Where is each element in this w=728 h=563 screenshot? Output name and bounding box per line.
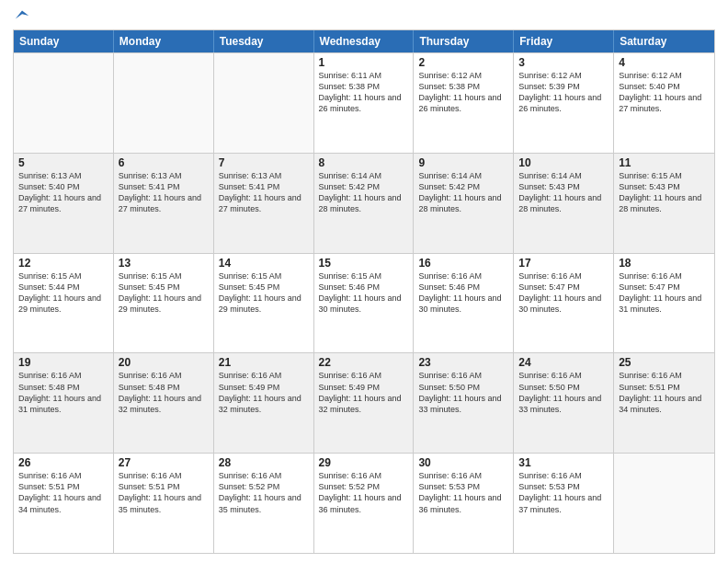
day-info: Sunrise: 6:16 AM Sunset: 5:53 PM Dayligh…	[518, 470, 609, 515]
calendar-week: 19Sunrise: 6:16 AM Sunset: 5:48 PM Dayli…	[14, 352, 714, 453]
day-number: 3	[518, 56, 609, 69]
calendar-cell: 15Sunrise: 6:15 AM Sunset: 5:46 PM Dayli…	[314, 254, 415, 353]
day-number: 21	[219, 356, 309, 369]
calendar-cell	[14, 53, 114, 153]
calendar-cell: 13Sunrise: 6:15 AM Sunset: 5:45 PM Dayli…	[114, 254, 214, 353]
calendar-cell: 1Sunrise: 6:11 AM Sunset: 5:38 PM Daylig…	[314, 53, 415, 153]
calendar-cell: 6Sunrise: 6:13 AM Sunset: 5:41 PM Daylig…	[114, 154, 214, 253]
day-number: 16	[418, 257, 508, 270]
calendar-cell: 30Sunrise: 6:16 AM Sunset: 5:53 PM Dayli…	[414, 454, 514, 553]
day-info: Sunrise: 6:12 AM Sunset: 5:39 PM Dayligh…	[518, 70, 609, 115]
day-info: Sunrise: 6:16 AM Sunset: 5:50 PM Dayligh…	[518, 370, 609, 415]
calendar-header-cell: Tuesday	[214, 30, 314, 52]
day-info: Sunrise: 6:14 AM Sunset: 5:42 PM Dayligh…	[418, 170, 508, 215]
logo-bird-icon	[14, 7, 30, 24]
calendar-week: 12Sunrise: 6:15 AM Sunset: 5:44 PM Dayli…	[14, 253, 714, 353]
day-info: Sunrise: 6:14 AM Sunset: 5:42 PM Dayligh…	[319, 170, 409, 215]
day-number: 25	[619, 356, 710, 369]
day-info: Sunrise: 6:16 AM Sunset: 5:49 PM Dayligh…	[319, 370, 409, 415]
calendar-cell	[214, 53, 314, 153]
calendar-cell: 11Sunrise: 6:15 AM Sunset: 5:43 PM Dayli…	[614, 154, 714, 253]
day-info: Sunrise: 6:16 AM Sunset: 5:52 PM Dayligh…	[219, 470, 309, 515]
day-number: 28	[219, 456, 309, 469]
calendar-cell: 16Sunrise: 6:16 AM Sunset: 5:46 PM Dayli…	[414, 254, 514, 353]
day-info: Sunrise: 6:16 AM Sunset: 5:48 PM Dayligh…	[18, 370, 108, 415]
calendar-cell	[614, 454, 714, 553]
calendar-body: 1Sunrise: 6:11 AM Sunset: 5:38 PM Daylig…	[14, 52, 714, 553]
day-number: 6	[119, 156, 209, 169]
calendar-header-cell: Monday	[114, 30, 214, 52]
calendar-header-cell: Thursday	[414, 30, 514, 52]
day-number: 20	[119, 356, 209, 369]
calendar-cell: 3Sunrise: 6:12 AM Sunset: 5:39 PM Daylig…	[514, 53, 614, 153]
calendar-cell: 25Sunrise: 6:16 AM Sunset: 5:51 PM Dayli…	[614, 353, 714, 453]
day-info: Sunrise: 6:16 AM Sunset: 5:53 PM Dayligh…	[418, 470, 508, 515]
calendar-cell: 17Sunrise: 6:16 AM Sunset: 5:47 PM Dayli…	[514, 254, 614, 353]
calendar-header-cell: Wednesday	[314, 30, 415, 52]
day-info: Sunrise: 6:16 AM Sunset: 5:51 PM Dayligh…	[619, 370, 710, 415]
day-number: 5	[18, 156, 108, 169]
calendar-week: 5Sunrise: 6:13 AM Sunset: 5:40 PM Daylig…	[14, 153, 714, 253]
day-info: Sunrise: 6:14 AM Sunset: 5:43 PM Dayligh…	[518, 170, 609, 215]
day-number: 2	[418, 56, 508, 69]
day-number: 13	[119, 257, 209, 270]
calendar-cell: 20Sunrise: 6:16 AM Sunset: 5:48 PM Dayli…	[114, 353, 214, 453]
calendar-cell: 23Sunrise: 6:16 AM Sunset: 5:50 PM Dayli…	[414, 353, 514, 453]
day-info: Sunrise: 6:12 AM Sunset: 5:40 PM Dayligh…	[619, 70, 710, 115]
calendar-header-cell: Saturday	[614, 30, 714, 52]
calendar-cell: 9Sunrise: 6:14 AM Sunset: 5:42 PM Daylig…	[414, 154, 514, 253]
calendar-cell: 12Sunrise: 6:15 AM Sunset: 5:44 PM Dayli…	[14, 254, 114, 353]
calendar-cell: 7Sunrise: 6:13 AM Sunset: 5:41 PM Daylig…	[214, 154, 314, 253]
day-info: Sunrise: 6:13 AM Sunset: 5:41 PM Dayligh…	[219, 170, 309, 215]
day-number: 9	[418, 156, 508, 169]
day-number: 15	[319, 257, 409, 270]
day-number: 19	[18, 356, 108, 369]
day-info: Sunrise: 6:16 AM Sunset: 5:51 PM Dayligh…	[119, 470, 209, 515]
day-info: Sunrise: 6:16 AM Sunset: 5:52 PM Dayligh…	[319, 470, 409, 515]
calendar-header-cell: Sunday	[14, 30, 114, 52]
logo	[13, 13, 30, 24]
day-number: 31	[518, 456, 609, 469]
svg-marker-0	[16, 11, 28, 19]
calendar-cell: 22Sunrise: 6:16 AM Sunset: 5:49 PM Dayli…	[314, 353, 415, 453]
day-number: 30	[418, 456, 508, 469]
day-number: 1	[319, 56, 409, 69]
calendar-cell: 4Sunrise: 6:12 AM Sunset: 5:40 PM Daylig…	[614, 53, 714, 153]
day-number: 27	[119, 456, 209, 469]
day-number: 4	[619, 56, 710, 69]
day-number: 29	[319, 456, 409, 469]
day-number: 26	[18, 456, 108, 469]
day-info: Sunrise: 6:16 AM Sunset: 5:48 PM Dayligh…	[119, 370, 209, 415]
day-number: 24	[518, 356, 609, 369]
day-number: 22	[319, 356, 409, 369]
day-info: Sunrise: 6:16 AM Sunset: 5:50 PM Dayligh…	[418, 370, 508, 415]
day-info: Sunrise: 6:16 AM Sunset: 5:49 PM Dayligh…	[219, 370, 309, 415]
calendar-cell: 31Sunrise: 6:16 AM Sunset: 5:53 PM Dayli…	[514, 454, 614, 553]
day-number: 18	[619, 257, 710, 270]
day-info: Sunrise: 6:16 AM Sunset: 5:47 PM Dayligh…	[619, 270, 710, 316]
day-info: Sunrise: 6:12 AM Sunset: 5:38 PM Dayligh…	[418, 70, 508, 115]
calendar-cell: 18Sunrise: 6:16 AM Sunset: 5:47 PM Dayli…	[614, 254, 714, 353]
calendar-header: SundayMondayTuesdayWednesdayThursdayFrid…	[14, 30, 714, 52]
calendar-cell: 10Sunrise: 6:14 AM Sunset: 5:43 PM Dayli…	[514, 154, 614, 253]
day-number: 11	[619, 156, 710, 169]
day-info: Sunrise: 6:15 AM Sunset: 5:45 PM Dayligh…	[219, 270, 309, 316]
day-info: Sunrise: 6:15 AM Sunset: 5:43 PM Dayligh…	[619, 170, 710, 215]
day-info: Sunrise: 6:16 AM Sunset: 5:47 PM Dayligh…	[518, 270, 609, 316]
calendar-week: 26Sunrise: 6:16 AM Sunset: 5:51 PM Dayli…	[14, 453, 714, 553]
calendar-cell: 27Sunrise: 6:16 AM Sunset: 5:51 PM Dayli…	[114, 454, 214, 553]
day-info: Sunrise: 6:15 AM Sunset: 5:45 PM Dayligh…	[119, 270, 209, 316]
day-number: 10	[518, 156, 609, 169]
calendar-cell: 14Sunrise: 6:15 AM Sunset: 5:45 PM Dayli…	[214, 254, 314, 353]
calendar-cell: 21Sunrise: 6:16 AM Sunset: 5:49 PM Dayli…	[214, 353, 314, 453]
day-number: 23	[418, 356, 508, 369]
calendar: SundayMondayTuesdayWednesdayThursdayFrid…	[13, 29, 715, 554]
calendar-cell: 19Sunrise: 6:16 AM Sunset: 5:48 PM Dayli…	[14, 353, 114, 453]
day-info: Sunrise: 6:13 AM Sunset: 5:41 PM Dayligh…	[119, 170, 209, 215]
day-info: Sunrise: 6:15 AM Sunset: 5:44 PM Dayligh…	[18, 270, 108, 316]
header	[13, 9, 715, 24]
calendar-cell: 5Sunrise: 6:13 AM Sunset: 5:40 PM Daylig…	[14, 154, 114, 253]
day-info: Sunrise: 6:16 AM Sunset: 5:46 PM Dayligh…	[418, 270, 508, 316]
calendar-cell: 28Sunrise: 6:16 AM Sunset: 5:52 PM Dayli…	[214, 454, 314, 553]
calendar-cell: 29Sunrise: 6:16 AM Sunset: 5:52 PM Dayli…	[314, 454, 415, 553]
